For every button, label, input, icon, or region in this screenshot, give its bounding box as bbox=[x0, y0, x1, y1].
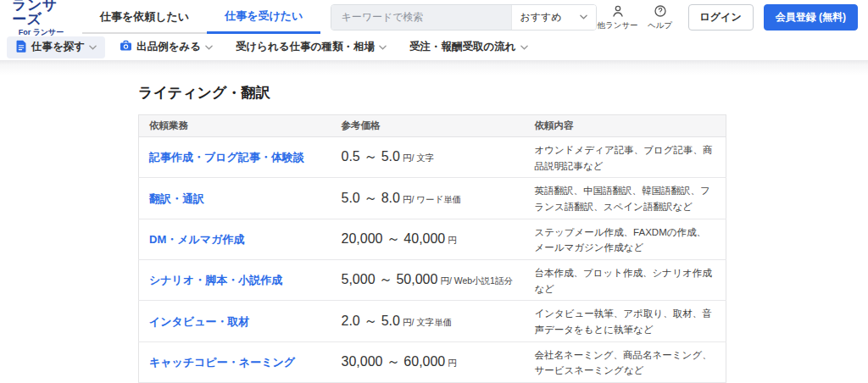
subnav-order-payment-flow-label: 受注・報酬受取の流れ bbox=[409, 40, 516, 54]
top-header: ランサーズ For ランサー 仕事を依頼したい 仕事を受けたい おすすめ 他ラン… bbox=[0, 0, 868, 34]
chevron-down-icon bbox=[205, 45, 213, 50]
header-shadow-divider bbox=[0, 60, 868, 75]
service-description: 会社名ネーミング、商品名ネーミング、サービスネーミングなど bbox=[535, 350, 712, 376]
subnav-find-work[interactable]: 仕事を探す bbox=[7, 36, 105, 58]
sub-navigation: 仕事を探す 出品例をみる 受けられる仕事の種類・相場 受注・報酬受取の流れ bbox=[0, 34, 868, 60]
signup-button[interactable]: 会員登録 (無料) bbox=[764, 4, 858, 31]
tab-request-work[interactable]: 仕事を依頼したい bbox=[82, 9, 207, 34]
column-header-description: 依頼内容 bbox=[525, 115, 726, 137]
service-description: ステップメール作成、FAXDMの作成、メールマガジン作成など bbox=[535, 227, 707, 253]
person-icon bbox=[611, 4, 625, 21]
sort-dropdown[interactable]: おすすめ bbox=[511, 5, 596, 30]
table-row: 翻訳・通訳 5.0 ～ 8.0円/ ワード単価 英語翻訳、中国語翻訳、韓国語翻訳… bbox=[139, 178, 726, 219]
briefcase-icon bbox=[120, 40, 132, 54]
column-header-price: 参考価格 bbox=[331, 115, 525, 137]
price-range: 2.0 ～ 5.0 bbox=[342, 314, 400, 328]
tab-receive-work[interactable]: 仕事を受けたい bbox=[207, 8, 320, 34]
table-header-row: 依頼業務 参考価格 依頼内容 bbox=[139, 115, 726, 137]
price-range: 5.0 ～ 8.0 bbox=[342, 191, 400, 205]
service-link[interactable]: DM・メルマガ作成 bbox=[149, 233, 244, 246]
service-link[interactable]: インタビュー・取材 bbox=[149, 315, 250, 328]
price-range: 30,000 ～ 60,000 bbox=[342, 354, 446, 369]
document-icon bbox=[15, 40, 27, 55]
lancers-logo[interactable]: ランサーズ For ランサー bbox=[12, 0, 70, 36]
table-row: インタビュー・取材 2.0 ～ 5.0円/ 文字単価 インタビュー執筆、アポ取り… bbox=[139, 301, 726, 341]
price-unit: 円 bbox=[448, 235, 457, 245]
table-row: キャッチコピー・ネーミング 30,000 ～ 60,000円 会社名ネーミング、… bbox=[139, 341, 726, 382]
service-description: インタビュー執筆、アポ取り、取材、音声データをもとに執筆など bbox=[535, 308, 712, 335]
service-link[interactable]: 記事作成・ブログ記事・体験談 bbox=[149, 151, 304, 164]
service-link[interactable]: キャッチコピー・ネーミング bbox=[149, 356, 295, 369]
service-link[interactable]: 翻訳・通訳 bbox=[149, 192, 204, 205]
subnav-listing-examples[interactable]: 出品例をみる bbox=[111, 36, 221, 58]
price-range: 5,000 ～ 50,000 bbox=[342, 272, 438, 286]
search-input[interactable] bbox=[331, 5, 510, 30]
page-title: ライティング・翻訳 bbox=[138, 83, 726, 103]
other-lancers-link[interactable]: 他ランサー bbox=[597, 4, 639, 31]
header-right-cluster: 他ランサー ヘルプ ログイン 会員登録 (無料) bbox=[597, 4, 858, 31]
main-content: ライティング・翻訳 依頼業務 参考価格 依頼内容 記事作成・ブログ記事・体験談 … bbox=[0, 75, 726, 383]
table-row: シナリオ・脚本・小説作成 5,000 ～ 50,000円/ Web小説1話分 台… bbox=[139, 260, 726, 301]
column-header-service: 依頼業務 bbox=[139, 115, 331, 137]
price-unit: 円/ 文字単価 bbox=[403, 317, 452, 327]
price-range: 20,000 ～ 40,000 bbox=[342, 231, 446, 246]
subnav-order-payment-flow[interactable]: 受注・報酬受取の流れ bbox=[401, 36, 537, 58]
subnav-job-types-rates[interactable]: 受けられる仕事の種類・相場 bbox=[227, 36, 395, 58]
chevron-down-icon bbox=[89, 45, 97, 50]
service-description: オウンドメディア記事、ブログ記事、商品説明記事など bbox=[535, 145, 713, 171]
service-link[interactable]: シナリオ・脚本・小説作成 bbox=[149, 274, 282, 286]
subnav-find-work-label: 仕事を探す bbox=[31, 40, 85, 54]
subnav-job-types-rates-label: 受けられる仕事の種類・相場 bbox=[236, 40, 375, 54]
service-description: 英語翻訳、中国語翻訳、韓国語翻訳、フランス語翻訳、スペイン語翻訳など bbox=[535, 186, 710, 212]
help-label: ヘルプ bbox=[648, 21, 672, 30]
pricing-table: 依頼業務 参考価格 依頼内容 記事作成・ブログ記事・体験談 0.5 ～ 5.0円… bbox=[138, 114, 726, 383]
price-unit: 円 bbox=[448, 358, 457, 368]
help-link[interactable]: ヘルプ bbox=[639, 4, 682, 31]
chevron-down-icon bbox=[379, 45, 387, 50]
price-unit: 円/ ワード単価 bbox=[403, 194, 461, 204]
subnav-listing-examples-label: 出品例をみる bbox=[136, 40, 201, 54]
other-lancers-label: 他ランサー bbox=[597, 21, 637, 30]
service-description: 台本作成、プロット作成、シナリオ作成など bbox=[535, 268, 712, 294]
chevron-down-icon bbox=[580, 14, 587, 19]
help-icon bbox=[654, 4, 667, 21]
price-range: 0.5 ～ 5.0 bbox=[342, 149, 400, 164]
chevron-down-icon bbox=[520, 45, 528, 50]
table-row: 記事作成・ブログ記事・体験談 0.5 ～ 5.0円/ 文字 オウンドメディア記事… bbox=[139, 137, 726, 178]
price-unit: 円/ 文字 bbox=[403, 153, 434, 163]
search-group: おすすめ bbox=[331, 4, 596, 31]
sort-dropdown-value: おすすめ bbox=[520, 10, 562, 25]
table-row: DM・メルマガ作成 20,000 ～ 40,000円 ステップメール作成、FAX… bbox=[139, 219, 726, 259]
logo-subtext: For ランサー bbox=[19, 29, 64, 36]
login-button[interactable]: ログイン bbox=[688, 4, 754, 31]
logo-text: ランサーズ bbox=[12, 0, 70, 26]
audience-tabs: 仕事を依頼したい 仕事を受けたい bbox=[82, 3, 320, 34]
price-unit: 円/ Web小説1話分 bbox=[440, 275, 513, 286]
